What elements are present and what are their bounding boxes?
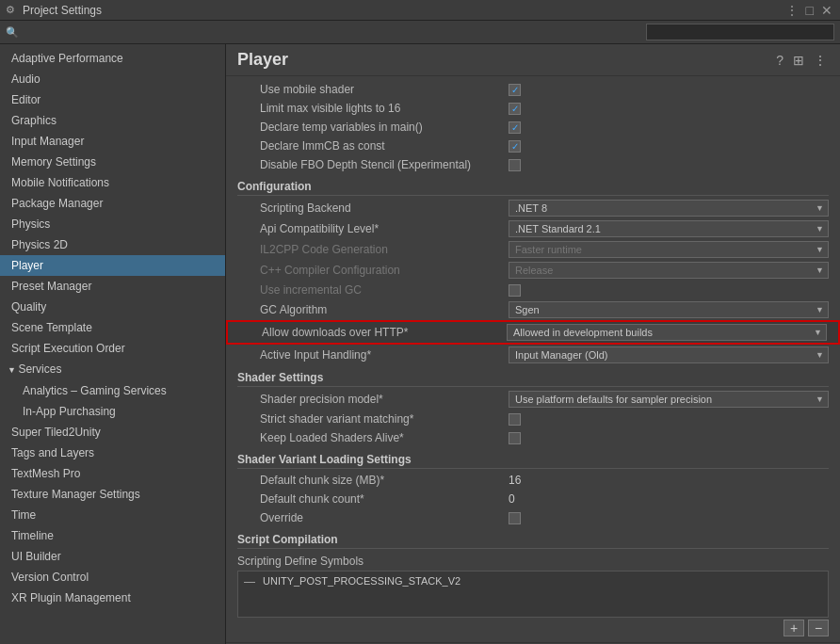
dropdown-cpp-compiler[interactable]: Release ▼ (509, 262, 829, 279)
row-default-chunk-size: Default chunk size (MB)* 16 (226, 471, 840, 490)
dropdown-active-input-handling[interactable]: Input Manager (Old) ▼ (509, 346, 829, 363)
label-use-mobile-shader: Use mobile shader (237, 83, 509, 96)
checkbox-disable-fbo[interactable] (509, 159, 521, 171)
checkbox-declare-immcb[interactable] (509, 140, 521, 153)
dash-icon: — (244, 575, 255, 588)
define-value: UNITY_POST_PROCESSING_STACK_V2 (263, 575, 460, 587)
sidebar-item-graphics[interactable]: Graphics (0, 110, 225, 131)
sidebar-item-package-manager[interactable]: Package Manager (0, 193, 225, 214)
value-default-chunk-count: 0 (509, 492, 829, 506)
sidebar-item-player[interactable]: Player (0, 255, 225, 276)
row-il2cpp-code-gen: IL2CPP Code Generation Faster runtime ▼ (226, 239, 840, 260)
menu-icon[interactable]: ⋮ (783, 3, 800, 18)
label-api-compatibility: Api Compatibility Level* (237, 222, 509, 235)
label-strict-shader-variant: Strict shader variant matching* (237, 412, 509, 426)
sidebar-item-quality[interactable]: Quality (0, 297, 225, 317)
page-title: Player (237, 50, 774, 70)
define-buttons: + − (237, 618, 829, 638)
chevron-down-icon: ▼ (816, 203, 824, 213)
section-shader-settings: Shader Settings (226, 365, 840, 389)
row-disable-fbo: Disable FBO Depth Stencil (Experimental) (226, 155, 840, 174)
search-input[interactable] (646, 24, 834, 40)
help-button[interactable]: ? (774, 51, 785, 70)
label-il2cpp-code-gen: IL2CPP Code Generation (237, 243, 509, 256)
layout-button[interactable]: ⊞ (791, 51, 806, 70)
label-keep-shaders-alive: Keep Loaded Shaders Alive* (237, 431, 509, 444)
row-strict-shader-variant: Strict shader variant matching* (226, 410, 840, 428)
sidebar-item-adaptive-performance[interactable]: Adaptive Performance (0, 48, 225, 69)
sidebar-item-script-execution-order[interactable]: Script Execution Order (0, 338, 225, 359)
checkbox-keep-shaders-alive[interactable] (509, 432, 521, 444)
value-keep-shaders-alive (509, 432, 829, 444)
sidebar: Adaptive Performance Audio Editor Graphi… (0, 44, 226, 644)
value-scripting-backend: .NET 8 ▼ (509, 200, 829, 217)
label-declare-temp: Declare temp variables in main() (237, 121, 509, 134)
section-configuration-label: Configuration (237, 180, 829, 196)
dropdown-scripting-backend[interactable]: .NET 8 ▼ (509, 200, 829, 217)
scripting-define-box[interactable]: — UNITY_POST_PROCESSING_STACK_V2 (237, 571, 829, 618)
row-declare-immcb: Declare ImmCB as const (226, 137, 840, 155)
add-define-button[interactable]: + (783, 620, 804, 636)
row-incremental-gc: Use incremental GC (226, 281, 840, 299)
chevron-down-icon: ▼ (816, 394, 824, 404)
value-allow-http-downloads: Allowed in development builds ▼ (507, 324, 827, 341)
row-api-compatibility: Api Compatibility Level* .NET Standard 2… (226, 218, 840, 239)
checkbox-use-mobile-shader[interactable] (509, 84, 521, 96)
sidebar-item-input-manager[interactable]: Input Manager (0, 131, 225, 152)
section-shader-settings-label: Shader Settings (237, 371, 829, 387)
sidebar-item-physics[interactable]: Physics (0, 214, 225, 234)
sidebar-item-analytics-gaming[interactable]: Analytics – Gaming Services (0, 380, 225, 401)
remove-define-button[interactable]: − (808, 620, 829, 636)
checkbox-declare-temp[interactable] (509, 121, 521, 134)
sidebar-section-services[interactable]: Services (0, 359, 225, 380)
row-default-chunk-count: Default chunk count* 0 (226, 490, 840, 508)
label-disable-fbo: Disable FBO Depth Stencil (Experimental) (237, 158, 509, 171)
sidebar-item-physics-2d[interactable]: Physics 2D (0, 234, 225, 255)
section-script-compilation-label: Script Compilation (237, 533, 829, 549)
dropdown-gc-algorithm[interactable]: Sgen ▼ (509, 301, 829, 318)
sidebar-item-editor[interactable]: Editor (0, 89, 225, 110)
title-bar: ⚙ Project Settings ⋮ □ ✕ (0, 0, 840, 21)
dropdown-il2cpp-code-gen[interactable]: Faster runtime ▼ (509, 241, 829, 258)
sidebar-item-super-tiled2unity[interactable]: Super Tiled2Unity (0, 422, 225, 443)
label-incremental-gc: Use incremental GC (237, 283, 509, 297)
checkbox-incremental-gc[interactable] (509, 284, 521, 297)
sidebar-item-version-control[interactable]: Version Control (0, 567, 225, 588)
sidebar-item-memory-settings[interactable]: Memory Settings (0, 152, 225, 172)
sidebar-item-timeline[interactable]: Timeline (0, 525, 225, 546)
value-limit-lights (509, 103, 829, 115)
text-default-chunk-size: 16 (509, 474, 521, 487)
label-allow-http-downloads: Allow downloads over HTTP* (239, 326, 507, 339)
value-override (509, 512, 829, 524)
maximize-icon[interactable]: □ (804, 3, 816, 18)
checkbox-override[interactable] (509, 512, 521, 524)
sidebar-item-time[interactable]: Time (0, 505, 225, 525)
section-shader-variant: Shader Variant Loading Settings (226, 447, 840, 471)
label-shader-precision: Shader precision model* (237, 393, 509, 406)
checkbox-strict-shader-variant[interactable] (509, 413, 521, 426)
sidebar-item-mobile-notifications[interactable]: Mobile Notifications (0, 172, 225, 193)
sidebar-item-audio[interactable]: Audio (0, 69, 225, 89)
close-icon[interactable]: ✕ (819, 3, 834, 18)
sidebar-item-ui-builder[interactable]: UI Builder (0, 546, 225, 567)
sidebar-item-tags-and-layers[interactable]: Tags and Layers (0, 443, 225, 463)
sidebar-item-preset-manager[interactable]: Preset Manager (0, 276, 225, 297)
sidebar-item-textmesh-pro[interactable]: TextMesh Pro (0, 463, 225, 484)
checkbox-limit-lights[interactable] (509, 103, 521, 115)
dropdown-api-compatibility[interactable]: .NET Standard 2.1 ▼ (509, 220, 829, 237)
row-limit-lights: Limit max visible lights to 16 (226, 99, 840, 118)
content-area: Player ? ⊞ ⋮ Use mobile shader Limit max… (226, 44, 840, 644)
row-keep-shaders-alive: Keep Loaded Shaders Alive* (226, 428, 840, 447)
title-bar-text: Project Settings (23, 4, 783, 17)
dropdown-shader-precision[interactable]: Use platform defaults for sampler precis… (509, 391, 829, 408)
more-button[interactable]: ⋮ (812, 51, 829, 70)
label-limit-lights: Limit max visible lights to 16 (237, 102, 509, 115)
value-active-input-handling: Input Manager (Old) ▼ (509, 346, 829, 363)
dropdown-allow-http-downloads[interactable]: Allowed in development builds ▼ (507, 324, 827, 341)
sidebar-item-xr-plugin-management[interactable]: XR Plugin Management (0, 588, 225, 608)
value-shader-precision: Use platform defaults for sampler precis… (509, 391, 829, 408)
sidebar-item-scene-template[interactable]: Scene Template (0, 317, 225, 338)
row-allow-http-downloads: Allow downloads over HTTP* Allowed in de… (226, 320, 840, 345)
sidebar-item-texture-manager-settings[interactable]: Texture Manager Settings (0, 484, 225, 505)
sidebar-item-in-app-purchasing[interactable]: In-App Purchasing (0, 401, 225, 422)
